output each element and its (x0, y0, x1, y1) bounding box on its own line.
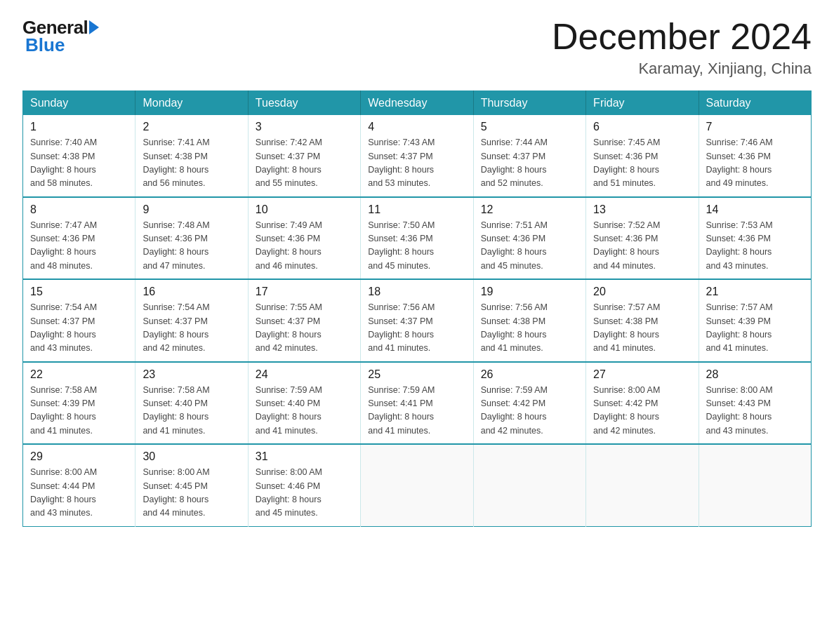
day-number: 10 (256, 203, 353, 216)
day-number: 19 (481, 286, 578, 298)
calendar-cell (361, 444, 473, 526)
day-number: 24 (256, 368, 353, 381)
weekday-header-sunday: Sunday (23, 91, 135, 116)
calendar-cell: 26Sunrise: 7:59 AMSunset: 4:42 PMDayligh… (473, 362, 585, 445)
day-info: Sunrise: 8:00 AMSunset: 4:46 PMDaylight:… (256, 466, 353, 521)
day-number: 15 (30, 286, 128, 298)
day-info: Sunrise: 7:54 AMSunset: 4:37 PMDaylight:… (30, 301, 128, 356)
day-info: Sunrise: 7:57 AMSunset: 4:38 PMDaylight:… (593, 301, 691, 356)
calendar-cell: 9Sunrise: 7:48 AMSunset: 4:36 PMDaylight… (135, 197, 248, 280)
calendar-cell: 15Sunrise: 7:54 AMSunset: 4:37 PMDayligh… (23, 279, 135, 362)
day-number: 28 (706, 368, 804, 381)
day-info: Sunrise: 7:57 AMSunset: 4:39 PMDaylight:… (706, 301, 804, 356)
logo: General Blue (22, 17, 99, 56)
calendar-week-row: 22Sunrise: 7:58 AMSunset: 4:39 PMDayligh… (23, 362, 812, 445)
day-info: Sunrise: 7:44 AMSunset: 4:37 PMDaylight:… (481, 136, 578, 191)
day-info: Sunrise: 7:50 AMSunset: 4:36 PMDaylight:… (368, 219, 465, 274)
calendar-cell: 8Sunrise: 7:47 AMSunset: 4:36 PMDaylight… (23, 197, 135, 280)
day-info: Sunrise: 7:53 AMSunset: 4:36 PMDaylight:… (706, 219, 804, 274)
calendar-cell: 7Sunrise: 7:46 AMSunset: 4:36 PMDaylight… (699, 115, 811, 197)
day-number: 9 (143, 203, 240, 216)
calendar-week-row: 1Sunrise: 7:40 AMSunset: 4:38 PMDaylight… (23, 115, 812, 197)
calendar-cell: 16Sunrise: 7:54 AMSunset: 4:37 PMDayligh… (135, 279, 248, 362)
day-info: Sunrise: 8:00 AMSunset: 4:43 PMDaylight:… (706, 384, 804, 438)
calendar-week-row: 29Sunrise: 8:00 AMSunset: 4:44 PMDayligh… (23, 444, 812, 526)
day-number: 16 (143, 286, 240, 298)
day-info: Sunrise: 7:52 AMSunset: 4:36 PMDaylight:… (593, 219, 691, 274)
calendar-cell: 1Sunrise: 7:40 AMSunset: 4:38 PMDaylight… (23, 115, 135, 197)
weekday-header-friday: Friday (586, 91, 699, 116)
logo-triangle-icon (89, 20, 99, 34)
calendar-cell: 13Sunrise: 7:52 AMSunset: 4:36 PMDayligh… (586, 197, 699, 280)
day-number: 20 (593, 286, 691, 298)
calendar-table: SundayMondayTuesdayWednesdayThursdayFrid… (22, 90, 812, 527)
day-number: 17 (256, 286, 353, 298)
day-number: 14 (706, 203, 804, 216)
day-info: Sunrise: 7:46 AMSunset: 4:36 PMDaylight:… (706, 136, 804, 191)
day-number: 3 (256, 121, 353, 133)
calendar-cell: 29Sunrise: 8:00 AMSunset: 4:44 PMDayligh… (23, 444, 135, 526)
calendar-cell: 2Sunrise: 7:41 AMSunset: 4:38 PMDaylight… (135, 115, 248, 197)
weekday-header-monday: Monday (135, 91, 248, 116)
calendar-cell: 22Sunrise: 7:58 AMSunset: 4:39 PMDayligh… (23, 362, 135, 445)
day-info: Sunrise: 7:45 AMSunset: 4:36 PMDaylight:… (593, 136, 691, 191)
calendar-cell: 6Sunrise: 7:45 AMSunset: 4:36 PMDaylight… (586, 115, 699, 197)
day-number: 25 (368, 368, 465, 381)
day-info: Sunrise: 7:55 AMSunset: 4:37 PMDaylight:… (256, 301, 353, 356)
calendar-cell: 30Sunrise: 8:00 AMSunset: 4:45 PMDayligh… (135, 444, 248, 526)
day-info: Sunrise: 7:59 AMSunset: 4:41 PMDaylight:… (368, 384, 465, 438)
weekday-header-tuesday: Tuesday (248, 91, 360, 116)
calendar-cell: 5Sunrise: 7:44 AMSunset: 4:37 PMDaylight… (473, 115, 585, 197)
calendar-cell: 3Sunrise: 7:42 AMSunset: 4:37 PMDaylight… (248, 115, 360, 197)
day-number: 22 (30, 368, 128, 381)
calendar-cell: 25Sunrise: 7:59 AMSunset: 4:41 PMDayligh… (361, 362, 473, 445)
calendar-cell: 31Sunrise: 8:00 AMSunset: 4:46 PMDayligh… (248, 444, 360, 526)
day-number: 26 (481, 368, 578, 381)
day-info: Sunrise: 7:40 AMSunset: 4:38 PMDaylight:… (30, 136, 128, 191)
day-number: 13 (593, 203, 691, 216)
day-number: 8 (30, 203, 128, 216)
calendar-week-row: 8Sunrise: 7:47 AMSunset: 4:36 PMDaylight… (23, 197, 812, 280)
calendar-cell: 17Sunrise: 7:55 AMSunset: 4:37 PMDayligh… (248, 279, 360, 362)
day-number: 5 (481, 121, 578, 133)
calendar-header-row: SundayMondayTuesdayWednesdayThursdayFrid… (23, 91, 812, 116)
day-number: 31 (256, 450, 353, 463)
day-number: 29 (30, 450, 128, 463)
day-number: 18 (368, 286, 465, 298)
location-text: Karamay, Xinjiang, China (552, 60, 812, 78)
logo-blue-text: Blue (25, 34, 65, 56)
weekday-header-saturday: Saturday (699, 91, 811, 116)
day-number: 1 (30, 121, 128, 133)
calendar-cell (473, 444, 585, 526)
calendar-cell: 11Sunrise: 7:50 AMSunset: 4:36 PMDayligh… (361, 197, 473, 280)
calendar-cell: 28Sunrise: 8:00 AMSunset: 4:43 PMDayligh… (699, 362, 811, 445)
day-info: Sunrise: 7:51 AMSunset: 4:36 PMDaylight:… (481, 219, 578, 274)
day-number: 11 (368, 203, 465, 216)
calendar-cell: 23Sunrise: 7:58 AMSunset: 4:40 PMDayligh… (135, 362, 248, 445)
day-number: 7 (706, 121, 804, 133)
weekday-header-wednesday: Wednesday (361, 91, 473, 116)
calendar-cell: 20Sunrise: 7:57 AMSunset: 4:38 PMDayligh… (586, 279, 699, 362)
day-info: Sunrise: 7:58 AMSunset: 4:40 PMDaylight:… (143, 384, 240, 438)
day-info: Sunrise: 7:56 AMSunset: 4:37 PMDaylight:… (368, 301, 465, 356)
calendar-cell: 21Sunrise: 7:57 AMSunset: 4:39 PMDayligh… (699, 279, 811, 362)
day-info: Sunrise: 7:54 AMSunset: 4:37 PMDaylight:… (143, 301, 240, 356)
day-number: 30 (143, 450, 240, 463)
day-number: 6 (593, 121, 691, 133)
day-info: Sunrise: 7:49 AMSunset: 4:36 PMDaylight:… (256, 219, 353, 274)
day-info: Sunrise: 7:56 AMSunset: 4:38 PMDaylight:… (481, 301, 578, 356)
day-number: 4 (368, 121, 465, 133)
calendar-cell: 12Sunrise: 7:51 AMSunset: 4:36 PMDayligh… (473, 197, 585, 280)
day-number: 21 (706, 286, 804, 298)
day-info: Sunrise: 7:43 AMSunset: 4:37 PMDaylight:… (368, 136, 465, 191)
day-info: Sunrise: 8:00 AMSunset: 4:42 PMDaylight:… (593, 384, 691, 438)
calendar-cell: 10Sunrise: 7:49 AMSunset: 4:36 PMDayligh… (248, 197, 360, 280)
calendar-cell: 19Sunrise: 7:56 AMSunset: 4:38 PMDayligh… (473, 279, 585, 362)
day-info: Sunrise: 7:48 AMSunset: 4:36 PMDaylight:… (143, 219, 240, 274)
day-number: 27 (593, 368, 691, 381)
weekday-header-thursday: Thursday (473, 91, 585, 116)
month-title: December 2024 (552, 17, 812, 57)
calendar-cell: 27Sunrise: 8:00 AMSunset: 4:42 PMDayligh… (586, 362, 699, 445)
calendar-cell: 24Sunrise: 7:59 AMSunset: 4:40 PMDayligh… (248, 362, 360, 445)
calendar-cell: 4Sunrise: 7:43 AMSunset: 4:37 PMDaylight… (361, 115, 473, 197)
